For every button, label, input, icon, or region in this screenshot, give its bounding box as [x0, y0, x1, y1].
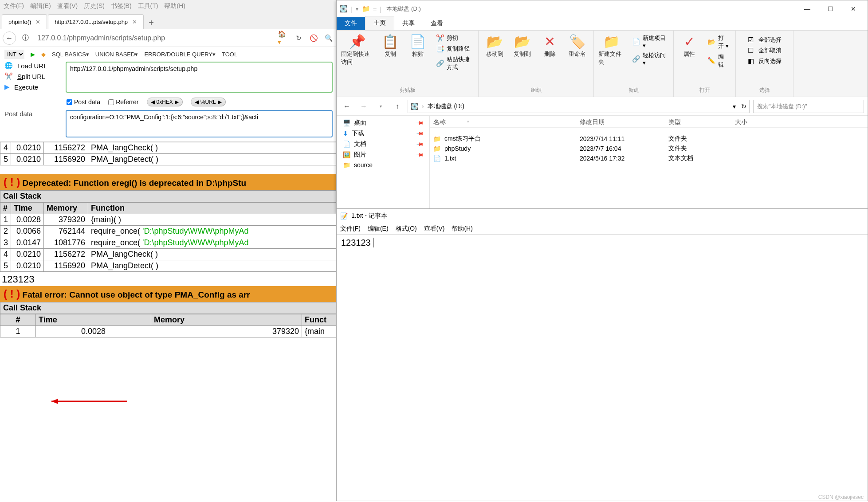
- split-url-button[interactable]: ✂️Split URL: [4, 72, 62, 80]
- menu-file[interactable]: 文件(F): [340, 225, 361, 233]
- easyaccess-button[interactable]: 🔗轻松访问 ▾: [630, 51, 669, 67]
- ribtab-home[interactable]: 主页: [365, 16, 394, 30]
- chevron-right-icon[interactable]: ›: [422, 103, 424, 110]
- delete-icon: ✕: [544, 33, 555, 49]
- list-item[interactable]: 📄1.txt 2024/5/16 17:32 文本文档: [430, 153, 868, 163]
- back-button[interactable]: ←: [340, 100, 353, 113]
- menu-tools[interactable]: TOOL: [222, 51, 237, 58]
- close-button[interactable]: ✕: [842, 2, 865, 16]
- menu-file[interactable]: 文件(F): [4, 2, 24, 10]
- breadcrumb[interactable]: 💽 › 本地磁盘 (D:) ▾ ↻: [408, 100, 750, 113]
- pin-icon: 📌: [416, 118, 424, 127]
- tab-phpinfo[interactable]: phpinfo() ✕: [2, 14, 47, 29]
- menu-tools[interactable]: 工具(T): [138, 2, 158, 10]
- urlenc-button[interactable]: ◀ %URL ▶: [191, 98, 226, 106]
- menu-help[interactable]: 帮助(H): [452, 225, 472, 233]
- delete-button[interactable]: ✕删除: [539, 33, 561, 58]
- paste-button[interactable]: 📄粘贴: [407, 33, 429, 58]
- history-button[interactable]: ▾: [374, 100, 387, 113]
- hackbar-url-input[interactable]: http://127.0.0.1/phpmyadmin/scripts/setu…: [66, 62, 333, 93]
- tree-downloads[interactable]: ⬇下载📌: [340, 128, 426, 139]
- fatal-stack-table: #TimeMemoryFunct 10.0028379320{main: [0, 314, 337, 337]
- maximize-button[interactable]: ☐: [819, 2, 842, 16]
- search-icon[interactable]: 🔍: [323, 32, 334, 44]
- chevron-down-icon[interactable]: ▼: [355, 7, 359, 12]
- invertsel-button[interactable]: ◧反向选择: [746, 56, 783, 66]
- pin-button[interactable]: 📌固定到快速访问: [341, 33, 374, 66]
- menu-edit[interactable]: 编辑(E): [368, 225, 389, 233]
- list-header[interactable]: 名称^ 修改日期 类型 大小: [430, 118, 868, 128]
- copy-button[interactable]: 📋复制: [379, 33, 401, 58]
- forward-button[interactable]: →: [357, 100, 370, 113]
- menu-view[interactable]: 查看(V): [57, 2, 78, 10]
- document-icon: 📄: [343, 141, 350, 148]
- notepad-icon: 📝: [340, 212, 348, 220]
- noscript-icon[interactable]: 🚫: [308, 32, 319, 44]
- postdata-checkbox[interactable]: Post data: [67, 98, 100, 106]
- copyto-button[interactable]: 📂复制到: [511, 33, 534, 58]
- minimize-button[interactable]: —: [796, 2, 819, 16]
- close-icon[interactable]: ✕: [35, 19, 40, 25]
- split-icon: ✂️: [4, 72, 13, 80]
- pin-icon: 📌: [349, 33, 365, 49]
- watermark: CSDN @xiaojiesec: [818, 494, 864, 500]
- up-button[interactable]: ↑: [391, 100, 404, 113]
- home-icon[interactable]: 🏠▾: [278, 32, 289, 44]
- tree-pictures[interactable]: 🖼️图片📌: [340, 149, 426, 160]
- hackbar-panel: INT ▶ ◆ SQL BASICS▾ UNION BASED▾ ERROR/D…: [0, 47, 337, 142]
- newitem-button[interactable]: 📄新建项目 ▾: [630, 33, 669, 50]
- info-icon[interactable]: ⓘ: [20, 32, 31, 44]
- selectnone-button[interactable]: ☐全部取消: [746, 46, 783, 55]
- menu-format[interactable]: 格式(O): [396, 225, 417, 233]
- postdata-label: Post data: [4, 110, 62, 118]
- execute-button[interactable]: ▶Execute: [4, 83, 62, 91]
- postdata-input[interactable]: configuration=O:10:"PMA_Config":1:{s:6:"…: [66, 110, 333, 137]
- list-item[interactable]: 📁cms练习平台 2023/7/14 11:11 文件夹: [430, 134, 868, 144]
- search-input[interactable]: 搜索"本地磁盘 (D:)": [753, 100, 864, 113]
- pin-icon: 📌: [416, 150, 424, 159]
- pasteshortcut-button[interactable]: 🔗粘贴快捷方式: [434, 55, 474, 72]
- firefox-tabstrip: phpinfo() ✕ http://127.0.0...pts/setup.p…: [0, 12, 337, 29]
- notepad-content[interactable]: 123123: [337, 235, 868, 251]
- url-field[interactable]: 127.0.0.1/phpmyadmin/scripts/setup.php: [35, 34, 274, 42]
- play-icon[interactable]: ▶: [31, 51, 35, 58]
- close-icon[interactable]: ✕: [132, 19, 137, 25]
- tree-desktop[interactable]: 🖥️桌面📌: [340, 118, 426, 128]
- menu-errorquery[interactable]: ERROR/DOUBLE QUERY▾: [144, 51, 216, 58]
- cut-button[interactable]: ✂️剪切: [434, 33, 474, 43]
- selectall-button[interactable]: ☑全部选择: [746, 35, 783, 45]
- fatal-header: ( ! ) Fatal error: Cannot use object of …: [0, 286, 337, 302]
- edit-button[interactable]: ✏️编辑: [706, 52, 731, 70]
- hex-button[interactable]: ◀ 0xHEX ▶: [147, 98, 183, 106]
- properties-button[interactable]: ✓属性: [678, 33, 700, 58]
- moveto-button[interactable]: 📂移动到: [484, 33, 506, 58]
- menu-view[interactable]: 查看(V): [424, 225, 445, 233]
- menu-bookmarks[interactable]: 书签(B): [111, 2, 132, 10]
- copypath-button[interactable]: 📑复制路径: [434, 44, 474, 54]
- tab-setup[interactable]: http://127.0.0...pts/setup.php ✕: [48, 14, 144, 29]
- tree-documents[interactable]: 📄文档📌: [340, 139, 426, 149]
- menu-help[interactable]: 帮助(H): [164, 2, 185, 10]
- list-item[interactable]: 📁phpStudy 2023/7/7 16:04 文件夹: [430, 144, 868, 153]
- ribtab-share[interactable]: 共享: [394, 17, 423, 30]
- reload-icon[interactable]: ↻: [293, 32, 304, 44]
- rename-icon: 🏷️: [569, 33, 585, 49]
- menu-unionbased[interactable]: UNION BASED▾: [95, 51, 138, 58]
- load-url-button[interactable]: 🌐Load URL: [4, 62, 62, 70]
- ribtab-file[interactable]: 文件: [337, 17, 365, 30]
- menu-sqlbasics[interactable]: SQL BASICS▾: [52, 51, 89, 58]
- open-button[interactable]: 📂打开 ▾: [706, 33, 731, 51]
- picture-icon: 🖼️: [343, 151, 350, 158]
- encoding-select[interactable]: INT: [4, 50, 24, 59]
- link-icon: 🔗: [632, 55, 640, 63]
- new-tab-button[interactable]: +: [145, 16, 158, 29]
- tree-source[interactable]: 📁source: [340, 160, 426, 170]
- back-button[interactable]: ←: [3, 31, 16, 45]
- ribtab-view[interactable]: 查看: [423, 17, 451, 30]
- referrer-checkbox[interactable]: Referrer: [108, 98, 138, 106]
- rename-button[interactable]: 🏷️重命名: [566, 33, 589, 58]
- newfolder-button[interactable]: 📁新建文件夹: [598, 33, 625, 66]
- explorer-titlebar: 💽 | ▼ 📁 = | 本地磁盘 (D:) — ☐ ✕: [337, 0, 868, 17]
- menu-edit[interactable]: 编辑(E): [30, 2, 51, 10]
- menu-history[interactable]: 历史(S): [84, 2, 105, 10]
